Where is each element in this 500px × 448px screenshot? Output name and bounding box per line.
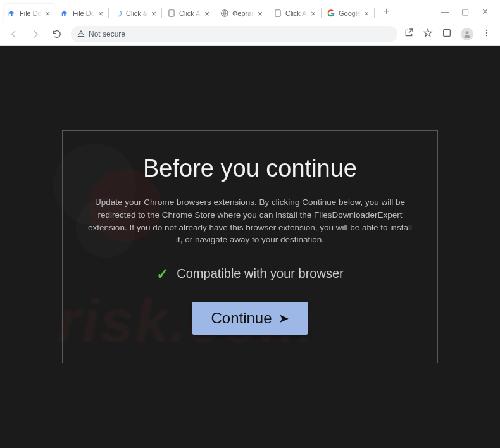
tab-close-icon[interactable]: × (362, 9, 371, 18)
modal-heading: Before you continue (88, 155, 412, 182)
bookmark-star-icon[interactable] (423, 28, 433, 40)
tab-close-icon[interactable]: × (256, 9, 265, 18)
svg-point-7 (466, 31, 469, 34)
svg-rect-6 (444, 29, 451, 36)
tab-title: Фергана (232, 9, 254, 17)
extensions-icon[interactable] (442, 28, 452, 40)
compatibility-text: Compatible with your browser (177, 266, 343, 281)
browser-tab[interactable]: Click Allow× (163, 4, 215, 23)
window-maximize-button[interactable]: ▢ (461, 7, 469, 16)
svg-point-8 (486, 29, 487, 30)
browser-tab[interactable]: Click &qu× (110, 4, 162, 23)
browser-tab[interactable]: Фергана× (216, 4, 268, 23)
checkmark-icon: ✓ (156, 265, 169, 283)
titlebar: File Downl×File Downl×Click &qu×Click Al… (0, 0, 500, 23)
svg-rect-1 (169, 10, 174, 17)
tab-favicon-icon (273, 9, 282, 18)
svg-rect-3 (275, 10, 280, 17)
tab-favicon-icon (220, 9, 229, 18)
address-bar[interactable]: Not secure | (71, 26, 397, 42)
arrow-right-icon: ➤ (278, 311, 289, 326)
tab-strip: File Downl×File Downl×Click &qu×Click Al… (0, 0, 429, 23)
browser-tab[interactable]: File Downl× (57, 4, 109, 23)
tab-close-icon[interactable]: × (203, 9, 211, 18)
browser-tab[interactable]: File Downl× (4, 4, 56, 23)
tab-favicon-icon (61, 9, 70, 18)
tab-title: Click &qu (126, 9, 148, 17)
window-minimize-button[interactable]: — (441, 7, 449, 16)
svg-point-10 (486, 34, 487, 35)
tab-close-icon[interactable]: × (309, 9, 318, 18)
tab-close-icon[interactable]: × (149, 9, 158, 18)
profile-avatar[interactable] (461, 28, 473, 40)
back-button[interactable] (6, 27, 22, 42)
tab-favicon-icon (114, 9, 123, 18)
tab-favicon-icon (8, 9, 16, 18)
tab-favicon-icon (167, 9, 176, 18)
browser-tab[interactable]: Click Allow× (270, 4, 322, 23)
tab-favicon-icon (327, 9, 335, 18)
page-content: risk.com Before you continue Update your… (0, 46, 500, 448)
tab-title: Click Allow (285, 9, 308, 17)
browser-tab[interactable]: Google× (323, 4, 375, 23)
tab-title: Click Allow (179, 9, 201, 17)
window-controls: — ▢ ✕ (429, 0, 500, 23)
svg-point-0 (115, 10, 121, 16)
new-tab-button[interactable]: + (378, 3, 395, 20)
kebab-menu-icon[interactable] (482, 28, 491, 40)
continue-button-label: Continue (211, 309, 272, 327)
browser-toolbar: Not secure | (0, 23, 500, 46)
continue-modal: Before you continue Update your Chrome b… (62, 130, 438, 363)
tab-title: File Downl (20, 9, 42, 17)
tab-close-icon[interactable]: × (96, 9, 105, 18)
svg-point-5 (81, 35, 82, 35)
share-icon[interactable] (404, 28, 414, 40)
compatibility-row: ✓ Compatible with your browser (88, 265, 412, 283)
forward-button[interactable] (28, 27, 43, 42)
window-close-button[interactable]: ✕ (482, 7, 489, 16)
tab-title: File Downl (73, 9, 95, 17)
not-secure-icon (77, 30, 85, 39)
security-status-text: Not secure (89, 30, 125, 39)
reload-button[interactable] (49, 27, 65, 42)
tab-close-icon[interactable]: × (43, 9, 52, 18)
modal-body-text: Update your Chrome browsers extensions. … (88, 196, 412, 246)
svg-point-9 (486, 32, 487, 33)
tab-title: Google (339, 9, 361, 17)
continue-button[interactable]: Continue ➤ (192, 302, 308, 335)
